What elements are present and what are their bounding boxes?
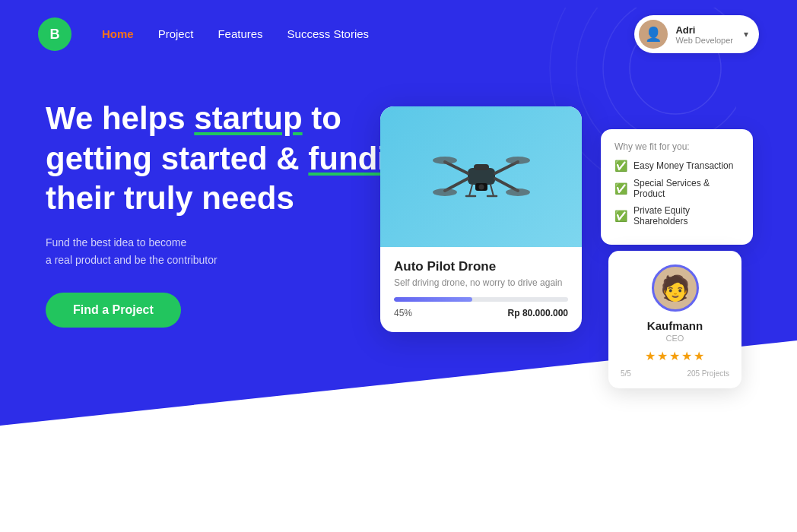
project-title: Auto Pilot Drone (394, 259, 568, 274)
person-role: CEO (621, 334, 729, 343)
avatar: 👤 (639, 20, 668, 49)
svg-point-13 (506, 188, 530, 196)
nav-project[interactable]: Project (158, 27, 194, 40)
svg-point-11 (506, 157, 530, 164)
headline-suffix: their truly needs (46, 180, 294, 216)
headline-prefix: We helps (46, 100, 194, 136)
hero-section: We helps startup togetting started & fun… (46, 99, 425, 328)
why-fit-label-3: Private Equity Shareholders (633, 205, 739, 226)
svg-rect-4 (468, 168, 495, 185)
progress-bar (394, 297, 568, 302)
project-image (380, 106, 582, 247)
why-fit-label-2: Special Services & Product (633, 178, 739, 199)
drone-illustration (428, 124, 535, 230)
nav-success-stories[interactable]: Success Stories (287, 27, 370, 40)
person-avatar-icon: 🧑 (660, 274, 691, 302)
user-badge[interactable]: 👤 Adri Web Developer ▾ (634, 15, 759, 53)
project-description: Self driving drone, no worry to drive ag… (394, 277, 568, 288)
svg-point-15 (478, 184, 484, 189)
person-card: 🧑 Kaufmann CEO ★★★★★ 5/5 205 Projects (608, 251, 741, 388)
check-icon-1: ✅ (614, 160, 627, 172)
person-projects: 205 Projects (687, 369, 729, 378)
check-icon-3: ✅ (614, 210, 627, 222)
hero-subtitle: Fund the best idea to become a real prod… (46, 234, 425, 271)
chevron-down-icon: ▾ (744, 29, 748, 40)
person-avatar: 🧑 (652, 264, 699, 312)
project-card-body: Auto Pilot Drone Self driving drone, no … (380, 247, 582, 332)
nav-links: Home Project Features Success Stories (102, 27, 634, 41)
find-project-button[interactable]: Find a Project (46, 293, 181, 328)
hero-headline: We helps startup togetting started & fun… (46, 99, 425, 219)
check-icon-2: ✅ (614, 182, 627, 195)
project-card: Auto Pilot Drone Self driving drone, no … (380, 106, 582, 332)
project-meta: 45% Rp 80.000.000 (394, 308, 568, 318)
person-name: Kaufmann (621, 319, 729, 332)
svg-point-12 (433, 188, 457, 196)
user-info: Adri Web Developer (675, 24, 733, 45)
why-fit-card: Why we fit for you: ✅ Easy Money Transac… (601, 129, 753, 245)
why-fit-item-1: ✅ Easy Money Transaction (614, 160, 739, 172)
svg-rect-5 (474, 164, 489, 170)
navbar: B Home Project Features Success Stories … (0, 0, 797, 68)
logo[interactable]: B (38, 17, 71, 51)
svg-line-17 (491, 185, 494, 196)
why-fit-label-1: Easy Money Transaction (633, 160, 733, 171)
project-amount: Rp 80.000.000 (508, 308, 568, 318)
person-meta: 5/5 205 Projects (621, 369, 729, 378)
progress-fill (394, 297, 472, 302)
headline-startup: startup (194, 100, 302, 136)
nav-home[interactable]: Home (102, 27, 134, 40)
why-fit-item-2: ✅ Special Services & Product (614, 178, 739, 199)
progress-percent: 45% (394, 308, 412, 318)
user-role: Web Developer (675, 36, 733, 45)
svg-line-16 (469, 185, 472, 196)
person-stars: ★★★★★ (621, 349, 729, 363)
svg-point-10 (433, 157, 457, 164)
why-fit-title: Why we fit for you: (614, 141, 739, 152)
nav-features[interactable]: Features (218, 27, 262, 40)
person-score: 5/5 (621, 369, 631, 378)
user-name: Adri (675, 24, 733, 36)
why-fit-item-3: ✅ Private Equity Shareholders (614, 205, 739, 226)
